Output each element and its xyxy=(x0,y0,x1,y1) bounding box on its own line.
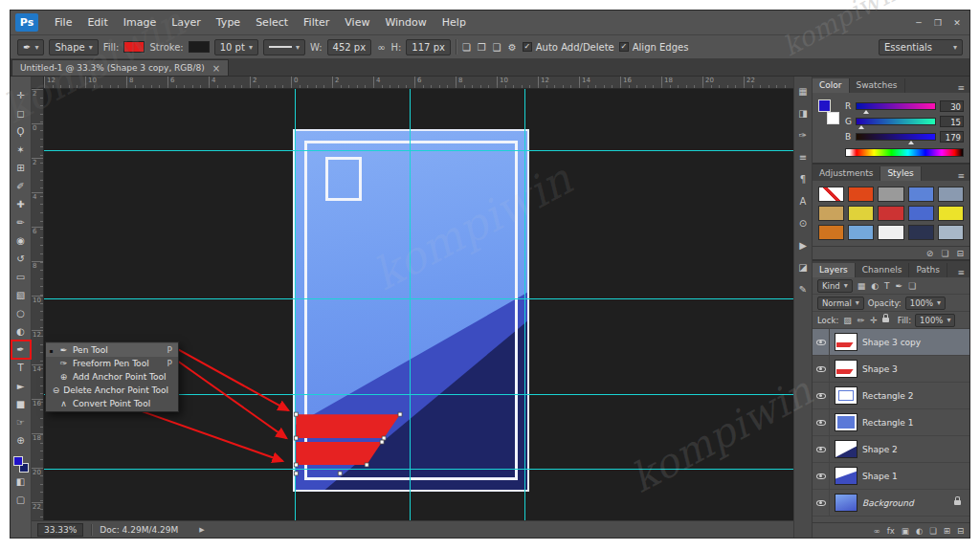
red-slider[interactable] xyxy=(856,102,936,110)
fill-field[interactable]: 100% ▾ xyxy=(915,314,955,327)
style-swatch[interactable] xyxy=(878,206,903,221)
close-button[interactable]: ✕ xyxy=(948,15,966,31)
clear-style-icon[interactable]: ⊘ xyxy=(926,249,934,258)
style-swatch[interactable] xyxy=(938,187,964,202)
style-swatch-none[interactable] xyxy=(818,187,844,202)
layer-thumbnail[interactable] xyxy=(835,467,858,485)
maximize-button[interactable]: ❐ xyxy=(929,15,947,31)
tool-path-selection[interactable]: ► xyxy=(11,377,31,395)
blue-slider[interactable] xyxy=(856,133,936,141)
menu-filter[interactable]: Filter xyxy=(296,16,337,29)
style-swatch[interactable] xyxy=(878,225,903,240)
tab-color[interactable]: Color xyxy=(813,78,850,93)
foreground-background-chips[interactable] xyxy=(818,99,839,124)
tool-type[interactable]: T xyxy=(11,359,31,377)
minimize-button[interactable]: ─ xyxy=(910,15,927,31)
tab-adjustments[interactable]: Adjustments xyxy=(813,166,880,181)
layer-thumbnail[interactable] xyxy=(835,494,858,512)
horizontal-ruler[interactable]: 121086420246810121416182022 xyxy=(44,77,793,89)
tab-styles[interactable]: Styles xyxy=(880,166,921,181)
foreground-color-chip[interactable] xyxy=(13,456,23,466)
visibility-toggle[interactable] xyxy=(813,383,830,408)
path-arrangement-icon[interactable]: ❑ xyxy=(492,42,502,53)
layer-thumbnail[interactable] xyxy=(835,413,858,431)
visibility-toggle[interactable] xyxy=(813,490,830,516)
menu-type[interactable]: Type xyxy=(209,16,248,29)
panel-menu-icon[interactable]: ≡ xyxy=(957,171,969,181)
link-dimensions-icon[interactable]: ∞ xyxy=(376,42,386,53)
style-swatch[interactable] xyxy=(938,206,964,221)
adjustments-panel-icon[interactable]: ◨ xyxy=(795,106,811,120)
menu-item-add-anchor-point-tool[interactable]: ⊕ Add Anchor Point Tool xyxy=(46,370,178,384)
filter-pixel-layers-icon[interactable]: ▦ xyxy=(857,281,867,291)
menu-help[interactable]: Help xyxy=(434,16,474,29)
filter-shape-layers-icon[interactable]: ✒ xyxy=(895,281,904,291)
style-swatch[interactable] xyxy=(878,187,903,202)
menu-item-delete-anchor-point-tool[interactable]: ⊖ Delete Anchor Point Tool xyxy=(46,384,178,397)
tool-gradient[interactable]: ▧ xyxy=(11,286,31,304)
filter-adjustment-layers-icon[interactable]: ◐ xyxy=(870,281,880,291)
new-group-icon[interactable]: ❏ xyxy=(929,526,937,536)
paragraph-panel-icon[interactable]: ¶ xyxy=(795,172,811,186)
link-layers-icon[interactable]: ∞ xyxy=(874,526,880,536)
tool-history-brush[interactable]: ↺ xyxy=(11,250,31,268)
menu-window[interactable]: Window xyxy=(377,16,434,29)
style-swatch[interactable] xyxy=(848,225,874,240)
tool-blur[interactable]: ○ xyxy=(11,304,31,322)
layer-row-shape-3-copy[interactable]: Shape 3 copy xyxy=(813,329,969,356)
foreground-background-colors[interactable] xyxy=(13,456,29,473)
layer-thumbnail[interactable] xyxy=(835,333,858,351)
tool-spot-healing-brush[interactable]: ✚ xyxy=(11,195,31,213)
tool-brush[interactable]: ✏ xyxy=(11,213,31,231)
tab-paths[interactable]: Paths xyxy=(909,263,947,277)
style-swatch[interactable] xyxy=(848,206,874,221)
visibility-toggle[interactable] xyxy=(813,463,830,489)
adjustment-layer-icon[interactable]: ◐ xyxy=(916,526,923,536)
info-panel-icon[interactable]: ⊙ xyxy=(795,216,811,230)
style-swatch[interactable] xyxy=(848,187,874,202)
zoom-level-field[interactable]: 33.33% xyxy=(37,523,83,537)
panel-menu-icon[interactable]: ≡ xyxy=(957,268,969,277)
visibility-toggle[interactable] xyxy=(813,356,830,382)
layer-row-shape-2[interactable]: Shape 2 xyxy=(813,436,969,463)
tool-eraser[interactable]: ▭ xyxy=(11,268,31,286)
tab-layers[interactable]: Layers xyxy=(813,263,856,277)
menu-item-freeform-pen-tool[interactable]: ✑ Freeform Pen Tool P xyxy=(46,357,178,370)
layer-row-shape-1[interactable]: Shape 1 xyxy=(813,463,969,490)
layer-thumbnail[interactable] xyxy=(835,440,858,458)
add-layer-mask-icon[interactable]: ▣ xyxy=(902,526,909,536)
path-alignment-icon[interactable]: ❐ xyxy=(477,42,487,53)
tab-channels[interactable]: Channels xyxy=(856,263,910,277)
green-value-field[interactable]: 15 xyxy=(940,116,964,127)
menu-image[interactable]: Image xyxy=(116,16,164,29)
lock-image-pixels-icon[interactable]: ✏ xyxy=(857,316,866,325)
tool-move[interactable]: ✛ xyxy=(11,86,31,104)
tab-swatches[interactable]: Swatches xyxy=(850,78,905,93)
lock-transparent-pixels-icon[interactable]: ▨ xyxy=(842,316,853,325)
new-style-icon[interactable]: ❏ xyxy=(941,249,948,258)
character-panel-icon[interactable]: A xyxy=(795,194,811,208)
canvas[interactable] xyxy=(44,89,793,520)
width-field[interactable]: 452 px xyxy=(327,39,372,55)
tool-screen-mode[interactable]: ▢ xyxy=(11,491,31,509)
visibility-toggle[interactable] xyxy=(813,409,830,435)
layer-thumbnail[interactable] xyxy=(835,360,858,378)
slider-handle[interactable] xyxy=(908,138,914,144)
tool-crop[interactable]: ⊞ xyxy=(11,159,31,177)
lock-all-icon[interactable] xyxy=(882,318,889,322)
layer-row-rectangle-1[interactable]: Rectangle 1 xyxy=(813,409,969,436)
tool-zoom[interactable]: ⊕ xyxy=(11,431,31,450)
color-spectrum-ramp[interactable] xyxy=(845,148,964,157)
path-operations-icon[interactable]: ❏ xyxy=(461,42,472,53)
tool-lasso[interactable]: Ϙ xyxy=(11,122,31,141)
style-swatch[interactable] xyxy=(818,225,844,240)
tool-pen[interactable]: ✒ xyxy=(11,341,31,359)
panel-menu-icon[interactable]: ≡ xyxy=(957,83,969,93)
opacity-field[interactable]: 100% ▾ xyxy=(905,297,946,310)
slider-handle[interactable] xyxy=(858,122,864,129)
stroke-style-select[interactable]: ▾ xyxy=(263,39,305,55)
blend-mode-select[interactable]: Normal ▾ xyxy=(817,297,864,310)
delete-layer-icon[interactable]: ⊟ xyxy=(957,526,964,536)
brush-panel-icon[interactable]: ✑ xyxy=(795,128,811,142)
filter-smart-objects-icon[interactable]: ❏ xyxy=(907,281,917,291)
